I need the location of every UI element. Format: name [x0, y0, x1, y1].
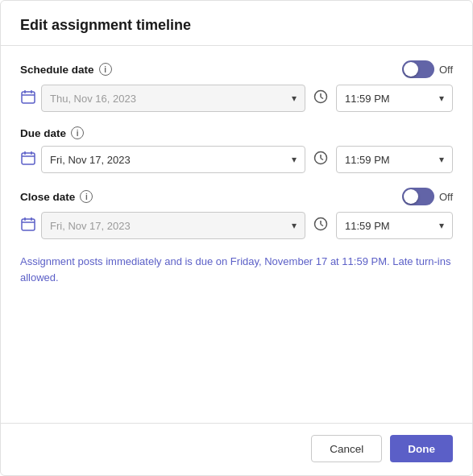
close-date-toggle-knob	[404, 189, 418, 204]
schedule-date-toggle[interactable]	[402, 60, 434, 78]
close-date-toggle-label: Off	[439, 191, 453, 203]
close-date-label: Close date	[20, 191, 75, 203]
svg-rect-0	[22, 92, 35, 103]
close-date-input-row: Fri, Nov 17, 2023 ▾ 11:59 PM ▾	[20, 212, 453, 239]
due-date-calendar-icon	[20, 150, 36, 170]
close-date-label-row: Close date i Off	[20, 188, 453, 205]
svg-rect-7	[22, 153, 35, 164]
schedule-date-calendar-icon	[20, 89, 36, 109]
due-date-label-left: Due date i	[20, 126, 84, 139]
due-date-value: Fri, Nov 17, 2023	[50, 154, 131, 166]
due-date-time-picker[interactable]: 11:59 PM ▾	[336, 146, 453, 173]
due-date-info-icon[interactable]: i	[71, 126, 84, 139]
close-date-label-left: Close date i	[20, 190, 93, 203]
edit-assignment-timeline-dialog: Edit assignment timeline Schedule date i…	[0, 0, 473, 476]
due-date-time-value: 11:59 PM	[345, 154, 390, 166]
close-date-toggle[interactable]	[402, 188, 434, 205]
dialog-header: Edit assignment timeline	[1, 1, 472, 46]
schedule-date-time-value: 11:59 PM	[345, 93, 390, 105]
schedule-date-toggle-label: Off	[439, 64, 453, 76]
due-date-clock-icon	[313, 151, 328, 169]
close-date-section: Close date i Off	[20, 188, 453, 239]
schedule-date-time-picker[interactable]: 11:59 PM ▾	[336, 85, 453, 112]
due-date-section: Due date i Fri, Nov 17, 202	[20, 126, 453, 173]
due-date-input-row: Fri, Nov 17, 2023 ▾ 11:59 PM ▾	[20, 146, 453, 173]
schedule-date-value: Thu, Nov 16, 2023	[50, 93, 136, 105]
schedule-date-info-icon[interactable]: i	[99, 63, 112, 76]
due-date-picker[interactable]: Fri, Nov 17, 2023 ▾	[41, 146, 305, 173]
close-date-toggle-container: Off	[402, 188, 453, 205]
close-date-picker[interactable]: Fri, Nov 17, 2023 ▾	[41, 212, 305, 239]
due-date-label: Due date	[20, 127, 66, 139]
svg-line-6	[321, 97, 323, 98]
close-date-calendar-icon	[20, 216, 36, 236]
due-date-time-chevron-icon: ▾	[439, 154, 444, 165]
close-date-time-value: 11:59 PM	[345, 220, 390, 232]
assignment-info-text: Assignment posts immediately and is due …	[20, 254, 453, 285]
due-date-label-row: Due date i	[20, 126, 453, 139]
schedule-date-input-wrap: Thu, Nov 16, 2023 ▾	[20, 85, 305, 112]
schedule-date-label-left: Schedule date i	[20, 63, 112, 76]
schedule-date-time-chevron-icon: ▾	[439, 93, 444, 104]
close-date-value: Fri, Nov 17, 2023	[50, 220, 131, 232]
done-button[interactable]: Done	[390, 435, 453, 462]
schedule-date-toggle-knob	[404, 62, 418, 77]
dialog-title: Edit assignment timeline	[20, 17, 191, 33]
schedule-date-label-row: Schedule date i Off	[20, 60, 453, 78]
close-date-input-wrap: Fri, Nov 17, 2023 ▾	[20, 212, 305, 239]
schedule-date-input-row: Thu, Nov 16, 2023 ▾ 11:59 PM ▾	[20, 85, 453, 112]
due-date-chevron-icon: ▾	[292, 154, 297, 165]
schedule-date-label: Schedule date	[20, 64, 94, 76]
dialog-footer: Cancel Done	[1, 423, 472, 475]
dialog-body: Schedule date i Off	[1, 46, 472, 423]
schedule-date-toggle-container: Off	[402, 60, 453, 78]
close-date-chevron-icon: ▾	[292, 220, 297, 231]
due-date-input-wrap: Fri, Nov 17, 2023 ▾	[20, 146, 305, 173]
svg-line-20	[321, 224, 323, 226]
schedule-date-section: Schedule date i Off	[20, 60, 453, 112]
cancel-button[interactable]: Cancel	[311, 435, 382, 462]
close-date-clock-icon	[313, 217, 328, 235]
svg-rect-14	[22, 219, 35, 230]
svg-line-13	[321, 158, 323, 159]
close-date-time-chevron-icon: ▾	[439, 220, 444, 231]
close-date-info-icon[interactable]: i	[80, 190, 93, 203]
close-date-time-picker[interactable]: 11:59 PM ▾	[336, 212, 453, 239]
schedule-date-picker[interactable]: Thu, Nov 16, 2023 ▾	[41, 85, 305, 112]
schedule-date-clock-icon	[313, 89, 328, 108]
schedule-date-chevron-icon: ▾	[292, 93, 297, 104]
